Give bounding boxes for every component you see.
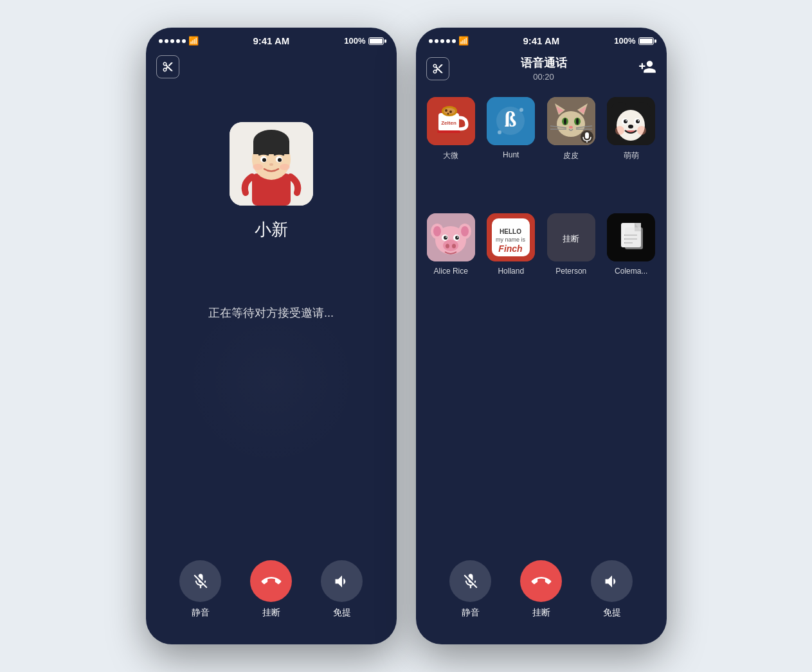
speaker-icon-1 — [333, 572, 351, 590]
top-nav-1 — [146, 50, 397, 84]
svg-point-18 — [449, 111, 452, 113]
spacer-2 — [416, 328, 667, 548]
avatar-mengmeng — [607, 97, 655, 145]
svg-rect-86 — [625, 227, 643, 249]
svg-rect-4 — [253, 141, 289, 154]
svg-point-25 — [519, 108, 523, 112]
svg-point-71 — [452, 243, 456, 248]
xiaoxin-avatar-svg — [230, 122, 313, 206]
mute-button-1[interactable]: 静音 — [179, 560, 221, 619]
mic-off-icon-1 — [192, 572, 210, 590]
battery-icon-2 — [638, 37, 654, 45]
svg-text:ß: ß — [505, 107, 517, 131]
bottom-controls-2: 静音 挂断 免提 — [416, 547, 667, 644]
svg-text:挂断: 挂断 — [563, 234, 579, 243]
svg-text:my name is: my name is — [496, 236, 526, 243]
participant-dawei: Zelten 大微 — [426, 97, 476, 203]
avatar-alice — [427, 213, 475, 261]
signal-dots-2 — [429, 39, 456, 43]
hangup-button-2[interactable]: 挂断 — [520, 560, 562, 619]
alice-avatar-svg — [427, 213, 475, 261]
svg-point-54 — [628, 125, 633, 128]
status-bar-2: 📶 9:41 AM 100% — [416, 28, 667, 50]
wifi-icon-1: 📶 — [188, 36, 199, 46]
signal-dot — [429, 39, 433, 43]
name-hunt: Hunt — [503, 150, 519, 159]
ghost-bg — [181, 290, 361, 470]
signal-dot — [159, 39, 163, 43]
svg-text:Finch: Finch — [499, 243, 523, 254]
speaker-button-1[interactable]: 免提 — [321, 560, 363, 619]
avatar-pipi — [547, 97, 595, 145]
mute-circle-1 — [179, 560, 221, 602]
hangup-circle-2 — [520, 560, 562, 602]
speaker-icon-2 — [603, 572, 621, 590]
name-dawei: 大微 — [443, 150, 458, 161]
mute-circle-2 — [449, 560, 491, 602]
phone-icon-2 — [527, 567, 554, 594]
avatar-coleman — [607, 213, 655, 261]
title-block-2: 语音通话 00:20 — [521, 55, 567, 82]
signal-dot — [165, 39, 168, 43]
svg-point-65 — [444, 236, 447, 240]
avatar-peterson: 挂断 — [547, 213, 595, 261]
signal-dot — [435, 39, 438, 43]
hunt-avatar-svg: ß — [487, 97, 535, 145]
svg-point-24 — [498, 130, 501, 134]
svg-point-9 — [269, 163, 273, 166]
svg-point-35 — [576, 118, 579, 125]
signal-dot — [452, 39, 456, 43]
battery-text-1: 100% — [344, 36, 365, 46]
phone-screen-1: 📶 9:41 AM 100% — [146, 28, 397, 644]
signal-dot — [440, 39, 444, 43]
name-pipi: 皮皮 — [563, 150, 579, 161]
svg-point-56 — [637, 126, 646, 135]
phone-icon-1 — [257, 567, 284, 594]
peterson-avatar-svg: 挂断 — [547, 213, 595, 261]
svg-point-62 — [461, 226, 469, 236]
participant-hunt: ß Hunt — [486, 97, 536, 203]
svg-text:Zelten: Zelten — [441, 120, 456, 126]
scissors-icon-2 — [432, 63, 444, 75]
call-title: 语音通话 — [521, 55, 567, 71]
time-display-1: 9:41 AM — [253, 35, 289, 46]
speaker-circle-2 — [591, 560, 633, 602]
phone-screen-2: 📶 9:41 AM 100% 语音通话 00:20 — [416, 28, 667, 644]
svg-point-10 — [253, 164, 263, 170]
mute-button-2[interactable]: 静音 — [449, 560, 491, 619]
svg-point-36 — [569, 126, 573, 128]
avatar-hunt: ß — [487, 97, 535, 145]
hangup-label-2: 挂断 — [532, 607, 550, 619]
avatar-holland: HELLO my name is Finch — [487, 213, 535, 261]
participant-mengmeng: 萌萌 — [606, 97, 656, 203]
top-nav-2: 语音通话 00:20 — [416, 50, 667, 87]
signal-dots-1 — [159, 39, 186, 43]
mute-label-1: 静音 — [192, 607, 210, 619]
svg-point-50 — [624, 119, 627, 123]
hangup-circle-1 — [250, 560, 292, 602]
svg-point-53 — [638, 120, 639, 121]
svg-point-55 — [615, 126, 624, 135]
svg-point-67 — [446, 236, 447, 238]
signal-dot — [176, 39, 180, 43]
name-alice: Alice Rice — [434, 267, 468, 276]
hangup-button-1[interactable]: 挂断 — [250, 560, 292, 619]
add-contact-button[interactable] — [638, 58, 656, 80]
screen1-content: 小新 正在等待对方接受邀请... — [146, 84, 397, 547]
svg-point-66 — [455, 236, 459, 240]
svg-text:HELLO: HELLO — [500, 228, 521, 235]
svg-point-19 — [447, 113, 449, 115]
participant-coleman: Colema... — [606, 213, 656, 317]
svg-point-7 — [262, 158, 266, 162]
back-button-2[interactable] — [426, 57, 449, 80]
scissors-icon-1 — [162, 61, 174, 73]
svg-point-52 — [626, 120, 627, 121]
mengmeng-avatar-svg — [607, 97, 655, 145]
back-button-1[interactable] — [156, 55, 179, 78]
name-coleman: Colema... — [615, 267, 647, 276]
svg-rect-42 — [585, 132, 589, 139]
speaker-button-2[interactable]: 免提 — [591, 560, 633, 619]
participants-grid: Zelten 大微 ß Hunt — [416, 87, 667, 328]
bottom-controls-1: 静音 挂断 免提 — [146, 547, 397, 644]
speaker-circle-1 — [321, 560, 363, 602]
